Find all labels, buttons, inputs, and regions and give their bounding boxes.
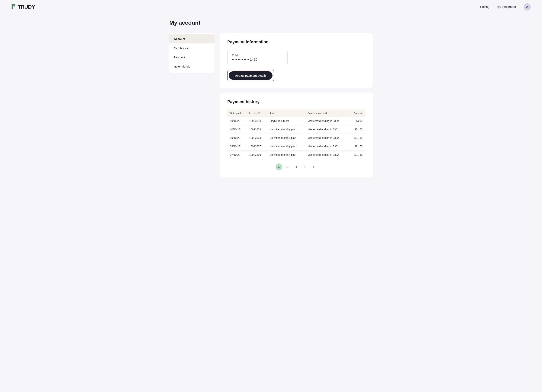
visa-label: VISA [232,54,283,56]
cell-invoice: 10923806 [247,151,267,159]
cell-item: Single document [267,117,305,125]
cell-amount: $21.50 [348,151,365,159]
pagination-next[interactable]: › [310,163,317,170]
svg-rect-2 [12,4,16,6]
cell-method: Mastercard ending in 3302 [305,117,348,125]
main-content: Payment information VISA •••• •••• •••• … [220,33,373,177]
sidebar-item-account[interactable]: Account [169,34,215,43]
update-payment-button[interactable]: Update payment details [229,71,272,80]
sidebar-item-payment[interactable]: Payment [169,53,215,62]
payment-card-box: VISA •••• •••• •••• 1480 [227,50,287,65]
cell-date: 10/12/23 [227,117,247,125]
cell-date: 10/10/23 [227,125,247,134]
cell-invoice: 10923809 [247,125,267,134]
cell-method: Mastercard ending in 3302 [305,142,348,151]
cell-date: 09/10/23 [227,134,247,142]
cell-amount: $21.50 [348,134,365,142]
col-method: Payment method [305,109,348,117]
nav-avatar[interactable]: A [524,3,531,11]
cell-item: Unlimited monthly plan [267,142,305,151]
card-number: •••• •••• •••• 1480 [232,58,283,61]
cell-date: 07/10/23 [227,151,247,159]
payment-info-title: Payment information [227,39,365,44]
cell-method: Mastercard ending in 3302 [305,151,348,159]
page-btn-2[interactable]: 2 [284,163,291,170]
page-container: My account Account Membership Payment Re… [158,14,384,188]
payment-info-card: Payment information VISA •••• •••• •••• … [220,33,373,88]
cell-item: Unlimited monthly plan [267,151,305,159]
cell-invoice: 10923808 [247,134,267,142]
sidebar: Account Membership Payment Refer friends [169,33,215,73]
table-row: 09/10/23 10923808 Unlimited monthly plan… [227,134,365,142]
nav-pricing[interactable]: Pricing [480,5,489,9]
cell-method: Mastercard ending in 3302 [305,125,348,134]
cell-amount: $21.50 [348,142,365,151]
table-row: 07/10/23 10923806 Unlimited monthly plan… [227,151,365,159]
table-row: 08/10/23 10923807 Unlimited monthly plan… [227,142,365,151]
payment-history-title: Payment history [227,99,365,104]
pagination: 1 2 3 4 › [227,163,365,170]
col-item: Item [267,109,305,117]
payment-history-card: Payment history Date paid Invoice ID Ite… [220,92,373,177]
col-invoice: Invoice ID [247,109,267,117]
sidebar-item-membership[interactable]: Membership [169,43,215,53]
nav-links: Pricing My dashboard A [480,3,531,11]
cell-method: Mastercard ending in 3302 [305,134,348,142]
table-row: 10/12/23 10923810 Single document Master… [227,117,365,125]
logo-text: TRUDY [18,4,35,10]
cell-item: Unlimited monthly plan [267,134,305,142]
navbar: TRUDY Pricing My dashboard A [0,0,542,14]
table-header-row: Date paid Invoice ID Item Payment method… [227,109,365,117]
page-btn-3[interactable]: 3 [293,163,300,170]
table-row: 10/10/23 10923809 Unlimited monthly plan… [227,125,365,134]
col-date: Date paid [227,109,247,117]
logo[interactable]: TRUDY [11,4,35,10]
page-title: My account [169,20,373,26]
cell-amount: $4.90 [348,117,365,125]
update-btn-wrapper: Update payment details [227,70,274,81]
cell-date: 08/10/23 [227,142,247,151]
sidebar-item-refer-friends[interactable]: Refer friends [169,62,215,71]
cell-amount: $21.50 [348,125,365,134]
cell-invoice: 10923810 [247,117,267,125]
payment-history-table: Date paid Invoice ID Item Payment method… [227,109,365,159]
layout: Account Membership Payment Refer friends… [169,33,373,177]
col-amount: Amount [348,109,365,117]
page-btn-1[interactable]: 1 [276,163,282,170]
cell-item: Unlimited monthly plan [267,125,305,134]
cell-invoice: 10923807 [247,142,267,151]
page-btn-4[interactable]: 4 [302,163,308,170]
nav-dashboard[interactable]: My dashboard [497,5,516,9]
